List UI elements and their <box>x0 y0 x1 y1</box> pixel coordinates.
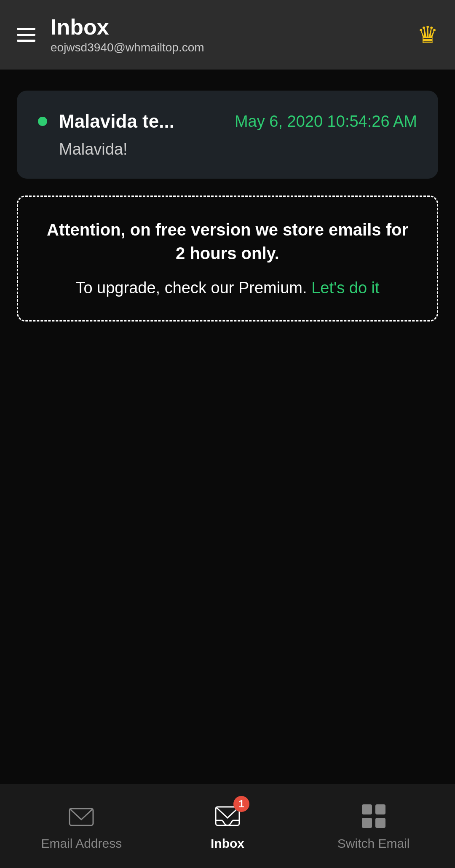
upgrade-text: To upgrade, check our Premium. Let's do … <box>43 277 412 299</box>
main-content: Malavida te... May 6, 2020 10:54:26 AM M… <box>0 70 455 784</box>
switch-email-icon-wrapper <box>359 802 388 830</box>
nav-label-switch-email: Switch Email <box>337 836 410 851</box>
svg-rect-6 <box>362 818 372 828</box>
svg-rect-4 <box>362 804 372 814</box>
email-date: May 6, 2020 10:54:26 AM <box>235 113 417 131</box>
svg-rect-7 <box>375 818 385 828</box>
upgrade-link[interactable]: Let's do it <box>311 279 379 297</box>
app-header: Inbox eojwsd3940@whmailtop.com ♛ <box>0 0 455 70</box>
svg-rect-5 <box>375 804 385 814</box>
inbox-badge: 1 <box>233 796 249 812</box>
header-email: eojwsd3940@whmailtop.com <box>51 41 204 54</box>
email-address-icon-wrapper <box>67 802 96 830</box>
bottom-navigation: Email Address 1 Inbox Switch Email <box>0 784 455 868</box>
nav-label-inbox: Inbox <box>211 836 244 851</box>
header-title-block: Inbox eojwsd3940@whmailtop.com <box>51 15 204 54</box>
unread-indicator <box>38 117 47 126</box>
nav-item-switch-email[interactable]: Switch Email <box>300 793 447 859</box>
header-left: Inbox eojwsd3940@whmailtop.com <box>17 15 204 54</box>
nav-item-inbox[interactable]: 1 Inbox <box>155 793 301 859</box>
email-preview: Malavida! <box>38 140 417 158</box>
email-list-item[interactable]: Malavida te... May 6, 2020 10:54:26 AM M… <box>17 91 438 179</box>
attention-banner: Attention, on free version we store emai… <box>17 196 438 321</box>
menu-button[interactable] <box>17 28 35 42</box>
upgrade-prefix: To upgrade, check our Premium. <box>75 279 307 297</box>
premium-crown-icon[interactable]: ♛ <box>417 21 438 48</box>
email-address-icon <box>67 802 96 830</box>
attention-main-text: Attention, on free version we store emai… <box>43 218 412 265</box>
email-sender: Malavida te... <box>59 111 223 132</box>
inbox-icon-wrapper: 1 <box>213 802 242 830</box>
nav-label-email-address: Email Address <box>41 836 122 851</box>
switch-email-icon <box>359 802 388 830</box>
nav-item-email-address[interactable]: Email Address <box>8 793 155 859</box>
email-card-header: Malavida te... May 6, 2020 10:54:26 AM <box>38 111 417 132</box>
page-title: Inbox <box>51 15 204 39</box>
